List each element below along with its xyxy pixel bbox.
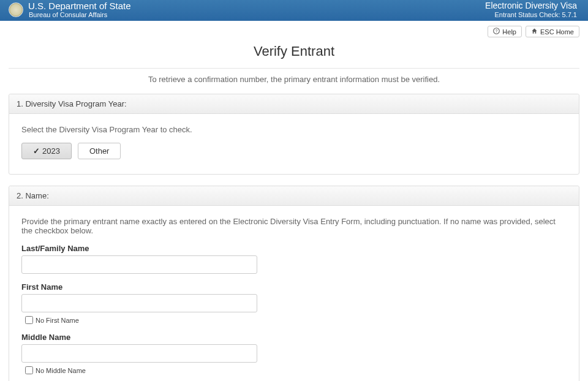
- bureau-name: Bureau of Consular Affairs: [28, 11, 131, 18]
- page-title: Verify Entrant: [9, 43, 579, 59]
- divider: [9, 68, 579, 69]
- check-icon: ✓: [33, 146, 40, 156]
- program-year-instruction: Select the Diversity Visa Program Year t…: [21, 125, 567, 134]
- first-name-input[interactable]: [21, 294, 257, 312]
- help-icon: ?: [493, 28, 500, 36]
- top-toolbar: ? Help ESC Home: [0, 21, 588, 40]
- year-selected-label: 2023: [42, 146, 60, 156]
- no-first-name-label: No First Name: [36, 317, 79, 324]
- section-program-year: 1. Diversity Visa Program Year: Select t…: [9, 94, 579, 175]
- middle-name-label: Middle Name: [21, 333, 266, 342]
- page-subtitle: To retrieve a confirmation number, the p…: [9, 75, 579, 84]
- section-name-heading: 2. Name:: [9, 186, 579, 206]
- top-banner: U.S. Department of State Bureau of Consu…: [0, 0, 588, 21]
- app-subtitle: Entrant Status Check: 5.7.1: [485, 11, 577, 18]
- last-name-input[interactable]: [21, 255, 257, 274]
- section-name: 2. Name: Provide the primary entrant nam…: [9, 186, 579, 381]
- dept-name: U.S. Department of State: [28, 1, 131, 12]
- svg-text:?: ?: [496, 29, 498, 33]
- no-middle-name-checkbox[interactable]: [25, 366, 33, 374]
- year-option-other[interactable]: Other: [78, 143, 121, 159]
- name-instruction: Provide the primary entrant name exactly…: [21, 217, 567, 235]
- state-dept-seal-icon: [9, 2, 23, 17]
- middle-name-input[interactable]: [21, 344, 257, 363]
- year-option-selected[interactable]: ✓2023: [21, 143, 72, 159]
- dept-block: U.S. Department of State Bureau of Consu…: [9, 1, 131, 19]
- section-program-year-heading: 1. Diversity Visa Program Year:: [9, 94, 579, 114]
- no-middle-name-label: No Middle Name: [36, 367, 86, 374]
- last-name-label: Last/Family Name: [21, 244, 266, 253]
- no-first-name-checkbox[interactable]: [25, 316, 33, 324]
- app-name: Electronic Diversity Visa: [485, 1, 577, 10]
- esc-home-button[interactable]: ESC Home: [526, 26, 579, 37]
- first-name-label: First Name: [21, 282, 266, 292]
- home-icon: [531, 28, 538, 36]
- help-button[interactable]: ? Help: [488, 26, 522, 37]
- year-other-label: Other: [89, 146, 110, 156]
- app-block: Electronic Diversity Visa Entrant Status…: [485, 1, 577, 18]
- help-label: Help: [502, 28, 516, 36]
- esc-home-label: ESC Home: [540, 28, 574, 36]
